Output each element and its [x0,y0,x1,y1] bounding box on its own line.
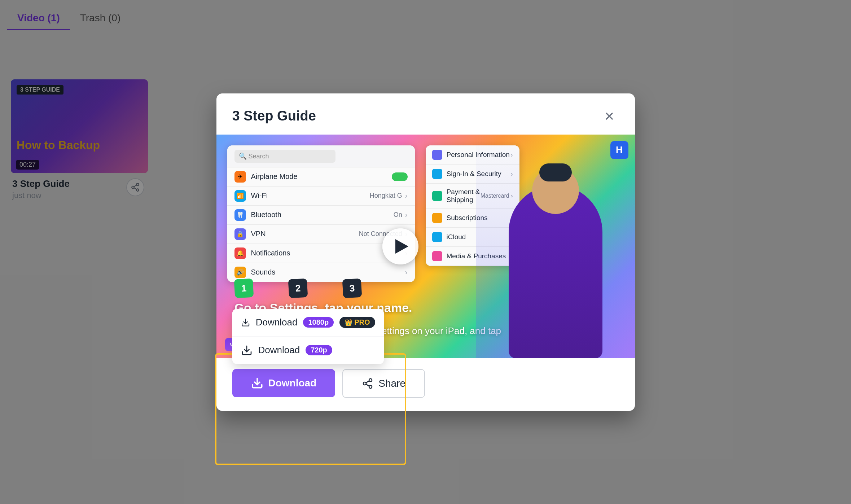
settings-header: 🔍 Search [227,145,415,167]
dropdown-item-720p-label: Download [258,345,300,356]
settings-overlay: 🔍 Search ✈ Airplane Mode 📶 Wi-Fi Hongkia… [227,145,415,282]
wifi-icon: 📶 [234,190,246,202]
download-button-label: Download [268,377,317,389]
bluetooth-icon: 🦷 [234,209,246,221]
step-badge-1: 1 [234,278,254,298]
modal: 3 Step Guide H 🔍 Search ✈ Airplane Mode [216,93,635,411]
download-dropdown: Download 1080p 👑 PRO Download 720p [232,309,384,364]
download-main-icon [251,377,263,389]
svg-line-13 [366,384,369,386]
person-figure [476,135,635,358]
modal-footer: Download 1080p 👑 PRO Download 720p [216,358,635,411]
badge-1080p: 1080p [303,317,334,328]
dropdown-item-1080p-label: Download [256,317,298,328]
settings-row-bluetooth: 🦷 Bluetooth On › [227,206,415,225]
share-button[interactable]: Share [342,369,425,398]
notifications-icon: 🔔 [234,247,246,259]
dropdown-item-1080p[interactable]: Download 1080p 👑 PRO [232,309,384,337]
sounds-icon: 🔊 [234,267,246,278]
play-button[interactable] [382,228,418,264]
settings-row-airplane: ✈ Airplane Mode [227,167,415,187]
modal-header: 3 Step Guide [216,93,635,135]
settings-search: 🔍 Search [234,150,335,163]
dropdown-item-720p[interactable]: Download 720p [232,337,384,364]
download-button[interactable]: Download [232,369,335,397]
play-icon [395,239,408,254]
settings-row-sounds: 🔊 Sounds › [227,263,415,282]
download-icon-720p [241,345,253,356]
share-button-label: Share [378,378,405,389]
modal-overlay[interactable]: 3 Step Guide H 🔍 Search ✈ Airplane Mode [0,0,851,504]
share-button-icon [362,378,373,389]
close-icon [604,110,615,122]
step-badge-3: 3 [342,278,362,298]
step-badge-2: 2 [288,278,308,298]
close-button[interactable] [600,106,619,126]
download-icon-1080p [241,317,250,328]
badge-720p: 720p [306,345,332,355]
svg-line-14 [366,381,369,382]
modal-title: 3 Step Guide [232,108,316,124]
vpn-icon: 🔒 [234,228,246,240]
settings-row-wifi: 📶 Wi-Fi Hongkiat G › [227,187,415,206]
person-hair [539,163,572,181]
badge-pro: 👑 PRO [339,317,375,328]
airplane-icon: ✈ [234,171,246,183]
toggle-on [392,172,408,181]
